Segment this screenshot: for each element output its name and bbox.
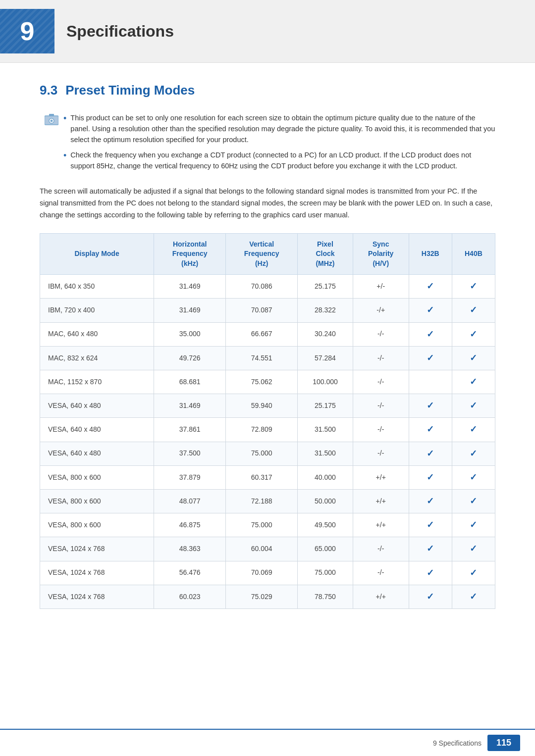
bullet-dot-2: • — [63, 149, 66, 162]
intro-paragraph: The screen will automatically be adjuste… — [40, 186, 495, 221]
footer-label: 9 Specifications — [433, 739, 482, 747]
table-row: VESA, 1024 x 76848.36360.00465.000-/-✓✓ — [40, 537, 495, 561]
cell-value: -/- — [353, 442, 409, 465]
cell-value: 70.086 — [226, 275, 298, 299]
cell-value: 75.000 — [298, 561, 353, 585]
cell-checkmark: ✓ — [409, 275, 452, 299]
cell-display-mode: VESA, 800 x 600 — [40, 513, 154, 537]
cell-checkmark: ✓ — [452, 537, 495, 561]
svg-rect-1 — [49, 114, 54, 116]
cell-checkmark: ✓ — [409, 537, 452, 561]
cell-value: 74.551 — [226, 346, 298, 370]
cell-display-mode: VESA, 800 x 600 — [40, 489, 154, 513]
cell-checkmark: ✓ — [452, 346, 495, 370]
cell-value: +/+ — [353, 465, 409, 489]
col-vertical-freq: VerticalFrequency(Hz) — [226, 233, 298, 275]
cell-checkmark: ✓ — [409, 561, 452, 585]
cell-display-mode: MAC, 1152 x 870 — [40, 370, 154, 394]
header-title: Specifications — [66, 22, 174, 41]
cell-value: 31.469 — [154, 275, 226, 299]
main-content: 9.3 Preset Timing Modes • This product c… — [0, 63, 535, 649]
cell-value: 28.322 — [298, 299, 353, 322]
cell-checkmark: ✓ — [452, 394, 495, 418]
cell-value: 68.681 — [154, 370, 226, 394]
cell-value: +/+ — [353, 585, 409, 608]
cell-checkmark: ✓ — [409, 585, 452, 608]
cell-checkmark: ✓ — [452, 513, 495, 537]
cell-value: 75.029 — [226, 585, 298, 608]
cell-value: 40.000 — [298, 465, 353, 489]
cell-checkmark — [409, 370, 452, 394]
cell-display-mode: VESA, 1024 x 768 — [40, 585, 154, 608]
table-row: MAC, 640 x 48035.00066.66730.240-/-✓✓ — [40, 322, 495, 346]
cell-value: 48.077 — [154, 489, 226, 513]
cell-value: -/- — [353, 537, 409, 561]
cell-checkmark: ✓ — [452, 465, 495, 489]
page-footer: 9 Specifications 115 — [0, 729, 535, 756]
cell-checkmark: ✓ — [409, 442, 452, 465]
bullet-dot-1: • — [63, 112, 66, 125]
cell-value: -/- — [353, 370, 409, 394]
chapter-badge: 9 — [0, 9, 54, 53]
table-row: VESA, 640 x 48037.86172.80931.500-/-✓✓ — [40, 418, 495, 442]
cell-value: 49.726 — [154, 346, 226, 370]
cell-value: 30.240 — [298, 322, 353, 346]
bullet-item-1: • This product can be set to only one re… — [63, 113, 495, 145]
cell-value: 48.363 — [154, 537, 226, 561]
notes-area: • This product can be set to only one re… — [40, 113, 495, 172]
table-row: VESA, 1024 x 76860.02375.02978.750+/+✓✓ — [40, 585, 495, 608]
cell-display-mode: VESA, 640 x 480 — [40, 394, 154, 418]
cell-display-mode: VESA, 640 x 480 — [40, 418, 154, 442]
cell-checkmark: ✓ — [452, 299, 495, 322]
cell-checkmark: ✓ — [452, 275, 495, 299]
specifications-table: Display Mode HorizontalFrequency(kHz) Ve… — [40, 233, 495, 609]
table-row: VESA, 800 x 60037.87960.31740.000+/+✓✓ — [40, 465, 495, 489]
cell-value: 70.069 — [226, 561, 298, 585]
cell-display-mode: IBM, 640 x 350 — [40, 275, 154, 299]
cell-value: +/+ — [353, 513, 409, 537]
table-row: IBM, 720 x 40031.46970.08728.322-/+✓✓ — [40, 299, 495, 322]
cell-value: 57.284 — [298, 346, 353, 370]
col-display-mode: Display Mode — [40, 233, 154, 275]
table-row: VESA, 640 x 48037.50075.00031.500-/-✓✓ — [40, 442, 495, 465]
note-bullets: • This product can be set to only one re… — [63, 113, 495, 172]
section-number: 9.3 — [40, 83, 57, 98]
cell-value: -/- — [353, 322, 409, 346]
col-horizontal-freq: HorizontalFrequency(kHz) — [154, 233, 226, 275]
bullet-item-2: • Check the frequency when you exchange … — [63, 150, 495, 172]
cell-checkmark: ✓ — [409, 299, 452, 322]
cell-value: 31.469 — [154, 299, 226, 322]
note-icon — [45, 114, 58, 126]
cell-display-mode: VESA, 800 x 600 — [40, 465, 154, 489]
note-item-1: • This product can be set to only one re… — [45, 113, 495, 172]
table-row: VESA, 800 x 60046.87575.00049.500+/+✓✓ — [40, 513, 495, 537]
cell-value: -/+ — [353, 299, 409, 322]
cell-value: 37.861 — [154, 418, 226, 442]
cell-checkmark: ✓ — [452, 322, 495, 346]
bullet-text-1: This product can be set to only one reso… — [70, 113, 495, 145]
cell-value: 60.023 — [154, 585, 226, 608]
cell-display-mode: MAC, 640 x 480 — [40, 322, 154, 346]
cell-checkmark: ✓ — [409, 322, 452, 346]
cell-value: 46.875 — [154, 513, 226, 537]
cell-checkmark: ✓ — [409, 394, 452, 418]
cell-checkmark: ✓ — [409, 489, 452, 513]
cell-value: 60.317 — [226, 465, 298, 489]
cell-display-mode: VESA, 1024 x 768 — [40, 561, 154, 585]
cell-value: 75.000 — [226, 442, 298, 465]
cell-value: 100.000 — [298, 370, 353, 394]
cell-value: 31.469 — [154, 394, 226, 418]
svg-point-3 — [51, 120, 53, 122]
cell-value: 75.000 — [226, 513, 298, 537]
bullet-text-2: Check the frequency when you exchange a … — [70, 150, 495, 172]
cell-value: 25.175 — [298, 275, 353, 299]
col-h32b: H32B — [409, 233, 452, 275]
cell-display-mode: VESA, 640 x 480 — [40, 442, 154, 465]
cell-checkmark: ✓ — [409, 465, 452, 489]
cell-value: 72.809 — [226, 418, 298, 442]
cell-value: 37.879 — [154, 465, 226, 489]
cell-value: 59.940 — [226, 394, 298, 418]
cell-value: +/+ — [353, 489, 409, 513]
col-h40b: H40B — [452, 233, 495, 275]
cell-checkmark: ✓ — [452, 489, 495, 513]
